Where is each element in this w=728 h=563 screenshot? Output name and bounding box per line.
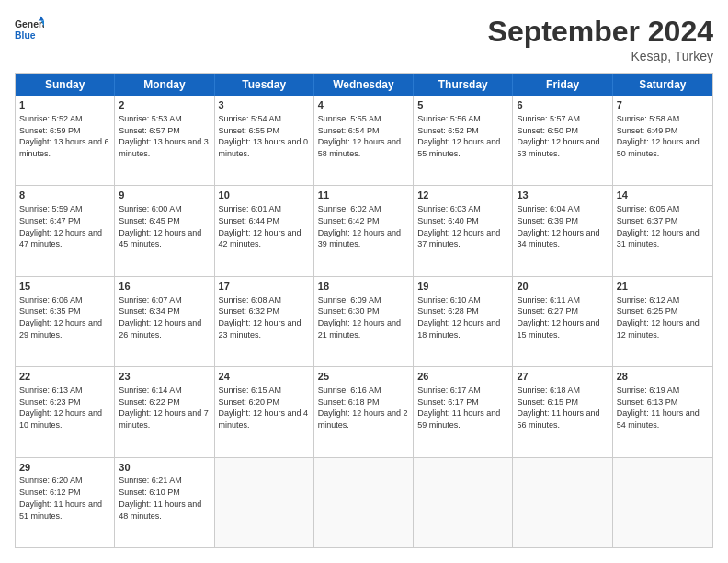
day-number: 13 [517, 189, 608, 202]
day-number: 1 [19, 98, 110, 112]
day-info: Sunrise: 6:18 AMSunset: 6:15 PMDaylight:… [517, 385, 599, 430]
day-info: Sunrise: 5:55 AMSunset: 6:54 PMDaylight:… [318, 114, 401, 158]
day-cell: 17Sunrise: 6:08 AMSunset: 6:32 PMDayligh… [215, 277, 314, 366]
day-info: Sunrise: 6:14 AMSunset: 6:22 PMDaylight:… [119, 385, 209, 430]
day-number: 21 [617, 280, 709, 293]
day-info: Sunrise: 6:21 AMSunset: 6:10 PMDaylight:… [119, 476, 201, 520]
day-cell: 16Sunrise: 6:07 AMSunset: 6:34 PMDayligh… [115, 277, 214, 366]
day-cell: 6Sunrise: 5:57 AMSunset: 6:50 PMDaylight… [513, 96, 612, 185]
week-row: 8Sunrise: 5:59 AMSunset: 6:47 PMDaylight… [16, 186, 712, 276]
day-header: Friday [513, 74, 612, 96]
day-number: 20 [517, 280, 608, 293]
week-row: 22Sunrise: 6:13 AMSunset: 6:23 PMDayligh… [16, 367, 712, 457]
day-cell [513, 458, 612, 547]
day-info: Sunrise: 5:54 AMSunset: 6:55 PMDaylight:… [219, 114, 309, 158]
day-info: Sunrise: 6:12 AMSunset: 6:25 PMDaylight:… [617, 295, 700, 339]
day-cell: 7Sunrise: 5:58 AMSunset: 6:49 PMDaylight… [613, 96, 712, 185]
day-cell: 28Sunrise: 6:19 AMSunset: 6:13 PMDayligh… [613, 367, 712, 456]
day-number: 10 [219, 189, 310, 202]
day-info: Sunrise: 6:16 AMSunset: 6:18 PMDaylight:… [318, 385, 408, 430]
day-info: Sunrise: 6:02 AMSunset: 6:42 PMDaylight:… [318, 204, 401, 248]
day-header: Saturday [613, 74, 712, 96]
day-info: Sunrise: 6:09 AMSunset: 6:30 PMDaylight:… [318, 295, 401, 339]
day-cell: 9Sunrise: 6:00 AMSunset: 6:45 PMDaylight… [115, 186, 214, 275]
day-cell: 23Sunrise: 6:14 AMSunset: 6:22 PMDayligh… [115, 367, 214, 456]
day-number: 30 [119, 461, 210, 475]
day-info: Sunrise: 6:11 AMSunset: 6:27 PMDaylight:… [517, 295, 599, 339]
day-number: 5 [417, 98, 508, 112]
calendar-body: 1Sunrise: 5:52 AMSunset: 6:59 PMDaylight… [16, 96, 712, 547]
day-cell: 4Sunrise: 5:55 AMSunset: 6:54 PMDaylight… [314, 96, 414, 185]
day-cell: 22Sunrise: 6:13 AMSunset: 6:23 PMDayligh… [16, 367, 115, 456]
svg-text:Blue: Blue [15, 30, 36, 40]
day-cell: 18Sunrise: 6:09 AMSunset: 6:30 PMDayligh… [314, 277, 414, 366]
day-number: 2 [119, 98, 210, 112]
day-cell: 14Sunrise: 6:05 AMSunset: 6:37 PMDayligh… [613, 186, 712, 275]
day-info: Sunrise: 6:10 AMSunset: 6:28 PMDaylight:… [417, 295, 500, 339]
day-cell: 5Sunrise: 5:56 AMSunset: 6:52 PMDaylight… [414, 96, 513, 185]
week-row: 29Sunrise: 6:20 AMSunset: 6:12 PMDayligh… [16, 458, 712, 547]
day-number: 15 [19, 280, 110, 293]
header: General Blue September 2024 Kesap, Turke… [15, 15, 713, 63]
day-info: Sunrise: 6:03 AMSunset: 6:40 PMDaylight:… [417, 204, 500, 248]
day-cell [215, 458, 314, 547]
day-info: Sunrise: 5:56 AMSunset: 6:52 PMDaylight:… [417, 114, 500, 158]
day-cell [314, 458, 414, 547]
day-number: 23 [119, 370, 210, 384]
day-number: 3 [219, 98, 310, 112]
day-info: Sunrise: 5:52 AMSunset: 6:59 PMDaylight:… [19, 114, 109, 158]
day-cell: 30Sunrise: 6:21 AMSunset: 6:10 PMDayligh… [115, 458, 214, 547]
subtitle: Kesap, Turkey [488, 49, 713, 63]
day-number: 7 [617, 98, 709, 112]
day-number: 4 [318, 98, 409, 112]
day-number: 9 [119, 189, 210, 202]
day-info: Sunrise: 5:59 AMSunset: 6:47 PMDaylight:… [19, 204, 102, 248]
day-number: 8 [19, 189, 110, 202]
day-number: 22 [19, 370, 110, 384]
day-info: Sunrise: 6:20 AMSunset: 6:12 PMDaylight:… [19, 476, 102, 520]
day-info: Sunrise: 6:05 AMSunset: 6:37 PMDaylight:… [617, 204, 700, 248]
day-cell: 3Sunrise: 5:54 AMSunset: 6:55 PMDaylight… [215, 96, 314, 185]
day-number: 17 [219, 280, 310, 293]
day-number: 11 [318, 189, 409, 202]
svg-text:General: General [15, 19, 44, 29]
week-row: 15Sunrise: 6:06 AMSunset: 6:35 PMDayligh… [16, 277, 712, 367]
day-header: Monday [115, 74, 214, 96]
title-block: September 2024 Kesap, Turkey [488, 15, 713, 63]
day-header: Sunday [16, 74, 115, 96]
day-number: 12 [417, 189, 508, 202]
svg-marker-2 [39, 17, 44, 21]
day-info: Sunrise: 6:17 AMSunset: 6:17 PMDaylight:… [417, 385, 500, 430]
day-number: 16 [119, 280, 210, 293]
day-info: Sunrise: 5:58 AMSunset: 6:49 PMDaylight:… [617, 114, 700, 158]
calendar: SundayMondayTuesdayWednesdayThursdayFrid… [15, 73, 713, 548]
day-cell [414, 458, 513, 547]
day-cell: 19Sunrise: 6:10 AMSunset: 6:28 PMDayligh… [414, 277, 513, 366]
day-header: Tuesday [215, 74, 314, 96]
logo: General Blue [15, 15, 44, 44]
day-info: Sunrise: 6:15 AMSunset: 6:20 PMDaylight:… [219, 385, 309, 430]
day-info: Sunrise: 6:06 AMSunset: 6:35 PMDaylight:… [19, 295, 102, 339]
day-info: Sunrise: 5:53 AMSunset: 6:57 PMDaylight:… [119, 114, 209, 158]
month-title: September 2024 [488, 15, 713, 49]
day-cell: 2Sunrise: 5:53 AMSunset: 6:57 PMDaylight… [115, 96, 214, 185]
day-cell: 26Sunrise: 6:17 AMSunset: 6:17 PMDayligh… [414, 367, 513, 456]
day-info: Sunrise: 6:04 AMSunset: 6:39 PMDaylight:… [517, 204, 599, 248]
day-number: 27 [517, 370, 608, 384]
page: General Blue September 2024 Kesap, Turke… [0, 0, 728, 563]
day-info: Sunrise: 6:01 AMSunset: 6:44 PMDaylight:… [219, 204, 301, 248]
day-number: 29 [19, 461, 110, 475]
day-cell: 21Sunrise: 6:12 AMSunset: 6:25 PMDayligh… [613, 277, 712, 366]
day-info: Sunrise: 6:13 AMSunset: 6:23 PMDaylight:… [19, 385, 102, 430]
day-cell: 1Sunrise: 5:52 AMSunset: 6:59 PMDaylight… [16, 96, 115, 185]
day-info: Sunrise: 6:07 AMSunset: 6:34 PMDaylight:… [119, 295, 201, 339]
week-row: 1Sunrise: 5:52 AMSunset: 6:59 PMDaylight… [16, 96, 712, 186]
day-number: 14 [617, 189, 709, 202]
day-info: Sunrise: 6:08 AMSunset: 6:32 PMDaylight:… [219, 295, 301, 339]
day-number: 24 [219, 370, 310, 384]
day-header: Wednesday [314, 74, 414, 96]
day-info: Sunrise: 5:57 AMSunset: 6:50 PMDaylight:… [517, 114, 599, 158]
logo-icon: General Blue [15, 15, 44, 44]
day-cell: 13Sunrise: 6:04 AMSunset: 6:39 PMDayligh… [513, 186, 612, 275]
day-cell: 27Sunrise: 6:18 AMSunset: 6:15 PMDayligh… [513, 367, 612, 456]
